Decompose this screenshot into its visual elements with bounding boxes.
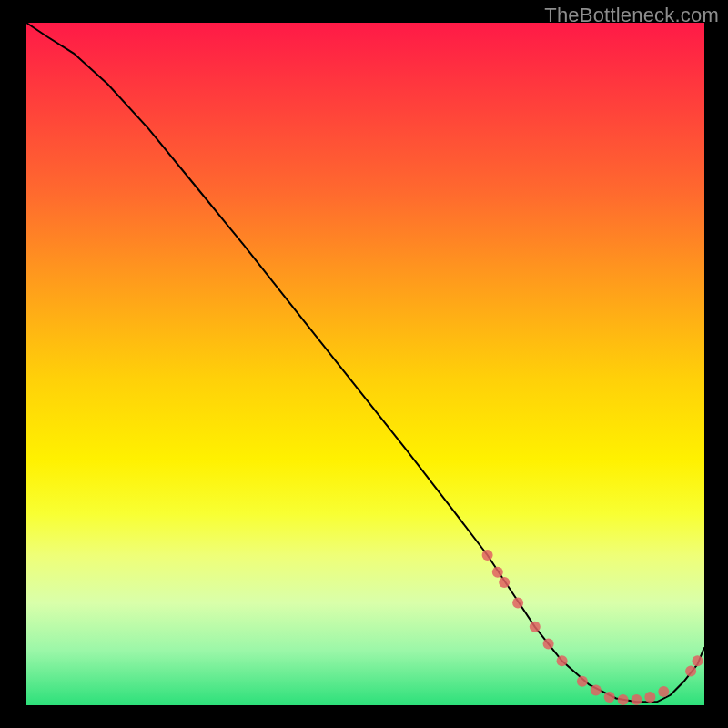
data-marker (632, 694, 642, 705)
data-marker (530, 622, 541, 632)
data-marker (658, 686, 669, 697)
plot-area (26, 23, 704, 705)
data-marker (591, 685, 602, 696)
data-marker (618, 694, 629, 705)
marker-group (482, 550, 703, 705)
data-marker (492, 567, 503, 578)
watermark-text: TheBottleneck.com (544, 4, 719, 27)
chart-stage: TheBottleneck.com (0, 0, 728, 728)
data-marker (693, 655, 703, 666)
data-marker (543, 639, 554, 650)
data-marker (685, 666, 696, 677)
data-marker (499, 577, 510, 588)
data-marker (557, 655, 568, 666)
data-marker (644, 692, 655, 703)
chart-svg (26, 23, 704, 705)
data-marker (604, 692, 615, 703)
data-marker (577, 676, 588, 687)
data-marker (482, 550, 493, 561)
line-series (26, 23, 704, 702)
data-marker (512, 598, 523, 609)
